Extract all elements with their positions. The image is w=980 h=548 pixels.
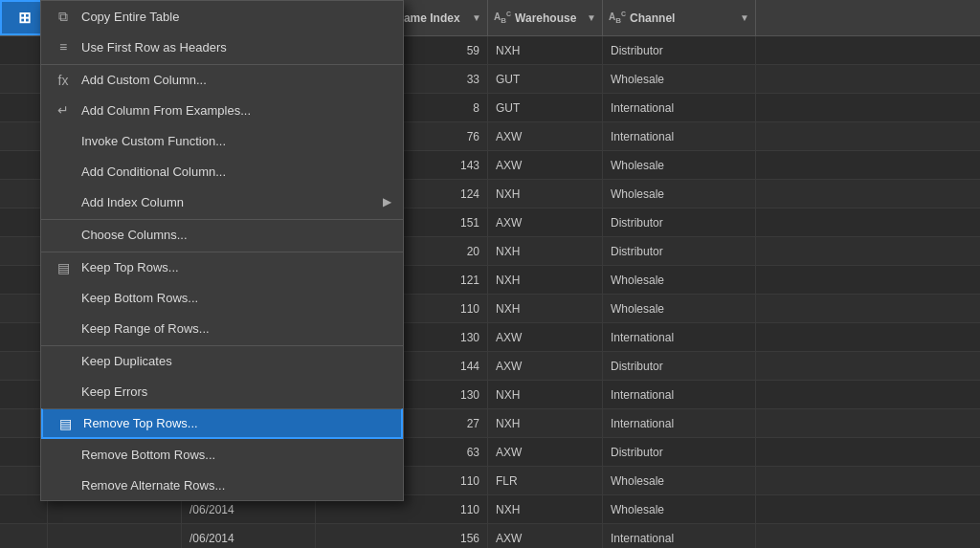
menu-item-remove-alternate-rows[interactable]: Remove Alternate Rows... <box>41 470 403 500</box>
td-channel: Distributor <box>603 36 756 64</box>
menu-item-remove-top-rows[interactable]: ▤Remove Top Rows... <box>41 408 403 439</box>
td-warehouse: NXH <box>488 266 603 294</box>
menu-item-label: Add Custom Column... <box>81 73 207 87</box>
copy-icon: ⧉ <box>53 9 74 25</box>
table-grid-icon: ⊞ <box>18 9 31 27</box>
menu-item-label: Choose Columns... <box>81 228 188 242</box>
td-channel: Distributor <box>603 237 756 265</box>
submenu-arrow-icon: ▶ <box>383 195 391 208</box>
td-channel: Wholesale <box>603 180 756 208</box>
menu-item-add-custom-column[interactable]: fxAdd Custom Column... <box>41 64 403 95</box>
menu-item-label: Keep Duplicates <box>81 354 172 368</box>
td-warehouse: AXW <box>488 151 603 179</box>
keep-top-icon: ▤ <box>53 260 74 275</box>
td-order-date: /06/2014 <box>182 524 316 548</box>
menu-item-label: Use First Row as Headers <box>81 40 227 55</box>
td-channel: Wholesale <box>603 495 756 523</box>
menu-item-keep-top-rows[interactable]: ▤Keep Top Rows... <box>41 252 403 282</box>
menu-item-label: Add Column From Examples... <box>81 103 251 118</box>
menu-item-label: Keep Range of Rows... <box>81 321 210 336</box>
menu-item-use-first-row[interactable]: ≡Use First Row as Headers <box>41 32 403 62</box>
menu-item-label: Invoke Custom Function... <box>81 134 226 148</box>
td-channel: Distributor <box>603 438 756 466</box>
table-row: /06/2014 156 AXW International <box>0 524 980 548</box>
menu-item-keep-range-of-rows[interactable]: Keep Range of Rows... <box>41 313 403 343</box>
td-channel: Wholesale <box>603 266 756 294</box>
td-order-number <box>48 524 182 548</box>
td-channel: International <box>603 122 756 150</box>
channel-label: Channel <box>630 11 675 25</box>
channel-type-icon: ABC <box>609 11 626 25</box>
menu-item-add-index-column[interactable]: Add Index Column▶ <box>41 186 403 217</box>
menu-item-label: Keep Bottom Rows... <box>81 291 198 305</box>
warehouse-type-icon: ABC <box>494 11 511 25</box>
menu-item-label: Add Index Column <box>81 195 184 209</box>
menu-item-invoke-custom-function[interactable]: Invoke Custom Function... <box>41 125 403 156</box>
td-channel: Distributor <box>603 208 756 236</box>
menu-item-label: Keep Top Rows... <box>81 260 179 274</box>
td-warehouse: FLR <box>488 467 603 494</box>
td-warehouse: AXW <box>488 208 603 236</box>
from-examples-icon: ↵ <box>53 102 74 118</box>
td-warehouse: GUT <box>488 94 603 121</box>
menu-item-keep-bottom-rows[interactable]: Keep Bottom Rows... <box>41 282 403 313</box>
menu-item-keep-duplicates[interactable]: Keep Duplicates <box>41 345 403 376</box>
menu-item-keep-errors[interactable]: Keep Errors <box>41 376 403 406</box>
menu-item-label: Remove Top Rows... <box>83 416 198 430</box>
td-warehouse: AXW <box>488 438 603 466</box>
td-warehouse: NXH <box>488 36 603 64</box>
td-warehouse: AXW <box>488 323 603 351</box>
td-channel: International <box>603 524 756 548</box>
td-channel: Wholesale <box>603 151 756 179</box>
header-icon: ≡ <box>53 39 74 55</box>
td-warehouse: NXH <box>488 180 603 208</box>
menu-item-label: Add Conditional Column... <box>81 164 226 179</box>
warehouse-label: Warehouse <box>515 11 576 25</box>
remove-icon: ▤ <box>55 416 76 431</box>
td-channel: International <box>603 323 756 351</box>
customer-dropdown-icon[interactable]: ▼ <box>472 12 481 23</box>
menu-item-label: Keep Errors <box>81 384 147 399</box>
warehouse-dropdown-icon[interactable]: ▼ <box>587 12 596 23</box>
td-channel: International <box>603 94 756 121</box>
td-channel: Wholesale <box>603 467 756 494</box>
menu-item-label: Remove Alternate Rows... <box>81 478 225 493</box>
td-warehouse: NXH <box>488 495 603 523</box>
td-channel: Distributor <box>603 352 756 380</box>
menu-item-remove-bottom-rows[interactable]: Remove Bottom Rows... <box>41 439 403 470</box>
menu-item-choose-columns[interactable]: Choose Columns... <box>41 219 403 250</box>
menu-item-add-column-from-examples[interactable]: ↵Add Column From Examples... <box>41 95 403 125</box>
td-channel: Wholesale <box>603 65 756 93</box>
channel-dropdown-icon[interactable]: ▼ <box>740 12 749 23</box>
menu-item-label: Remove Bottom Rows... <box>81 448 215 462</box>
menu-item-add-conditional-column[interactable]: Add Conditional Column... <box>41 156 403 186</box>
td-customer-index: 156 <box>316 524 488 548</box>
td-warehouse: AXW <box>488 122 603 150</box>
td-channel: International <box>603 381 756 408</box>
col-header-channel[interactable]: ABC Channel ▼ <box>603 0 756 35</box>
td-channel: Wholesale <box>603 295 756 322</box>
custom-col-icon: fx <box>53 73 74 88</box>
menu-item-label: Copy Entire Table <box>81 10 179 24</box>
td-warehouse: AXW <box>488 524 603 548</box>
td-warehouse: NXH <box>488 237 603 265</box>
menu-item-copy-table[interactable]: ⧉Copy Entire Table <box>41 1 403 32</box>
td-warehouse: NXH <box>488 295 603 322</box>
td-warehouse: AXW <box>488 352 603 380</box>
td-warehouse: GUT <box>488 65 603 93</box>
td-warehouse: NXH <box>488 381 603 408</box>
td-row-num <box>0 524 48 548</box>
context-menu: ⧉Copy Entire Table≡Use First Row as Head… <box>40 0 404 501</box>
td-channel: International <box>603 409 756 437</box>
col-header-warehouse[interactable]: ABC Warehouse ▼ <box>488 0 603 35</box>
td-warehouse: NXH <box>488 409 603 437</box>
